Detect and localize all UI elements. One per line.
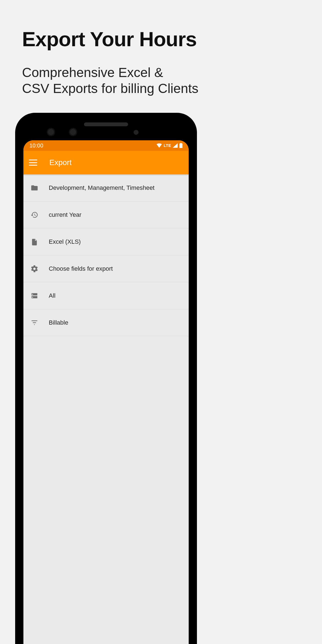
option-label: Choose fields for export bbox=[49, 265, 113, 272]
server-icon bbox=[30, 291, 39, 300]
marketing-subtitle: Comprehensive Excel & CSV Exports for bi… bbox=[22, 65, 297, 96]
phone-frame: 10:00 LTE Export Development, Management… bbox=[15, 113, 197, 644]
filter-icon bbox=[30, 318, 39, 327]
history-icon bbox=[30, 210, 39, 219]
gear-icon bbox=[30, 264, 39, 273]
status-time: 10:00 bbox=[29, 142, 43, 149]
option-label: Excel (XLS) bbox=[49, 238, 81, 245]
battery-icon bbox=[179, 143, 183, 148]
folder-icon bbox=[30, 183, 39, 192]
option-choose-fields[interactable]: Choose fields for export bbox=[23, 255, 189, 282]
option-file-format[interactable]: Excel (XLS) bbox=[23, 228, 189, 255]
marketing-subtitle-line1: Comprehensive Excel & bbox=[22, 65, 163, 80]
marketing-subtitle-line2: CSV Exports for billing Clients bbox=[22, 81, 198, 96]
option-time-range[interactable]: current Year bbox=[23, 201, 189, 228]
option-label: All bbox=[49, 292, 55, 299]
file-icon bbox=[30, 237, 39, 246]
marketing-title: Export Your Hours bbox=[22, 28, 297, 51]
status-bar: 10:00 LTE bbox=[23, 140, 189, 151]
export-options-list: Development, Management, Timesheet curre… bbox=[23, 174, 189, 644]
phone-sensor bbox=[134, 130, 139, 135]
status-icons: LTE bbox=[156, 143, 183, 148]
phone-camera bbox=[47, 128, 55, 136]
wifi-icon bbox=[156, 143, 162, 148]
option-projects[interactable]: Development, Management, Timesheet bbox=[23, 174, 189, 201]
option-billable-filter[interactable]: Billable bbox=[23, 309, 189, 336]
option-grouping[interactable]: All bbox=[23, 282, 189, 309]
phone-camera bbox=[69, 128, 77, 136]
app-bar: Export bbox=[23, 151, 189, 174]
phone-screen: 10:00 LTE Export Development, Management… bbox=[23, 140, 189, 644]
option-label: current Year bbox=[49, 211, 82, 218]
signal-icon bbox=[173, 143, 178, 148]
menu-button[interactable] bbox=[29, 160, 37, 166]
option-label: Billable bbox=[49, 319, 68, 326]
network-label: LTE bbox=[164, 143, 171, 148]
app-bar-title: Export bbox=[49, 158, 72, 167]
phone-speaker bbox=[84, 122, 128, 126]
marketing-copy: Export Your Hours Comprehensive Excel & … bbox=[22, 28, 297, 96]
option-label: Development, Management, Timesheet bbox=[49, 184, 155, 191]
